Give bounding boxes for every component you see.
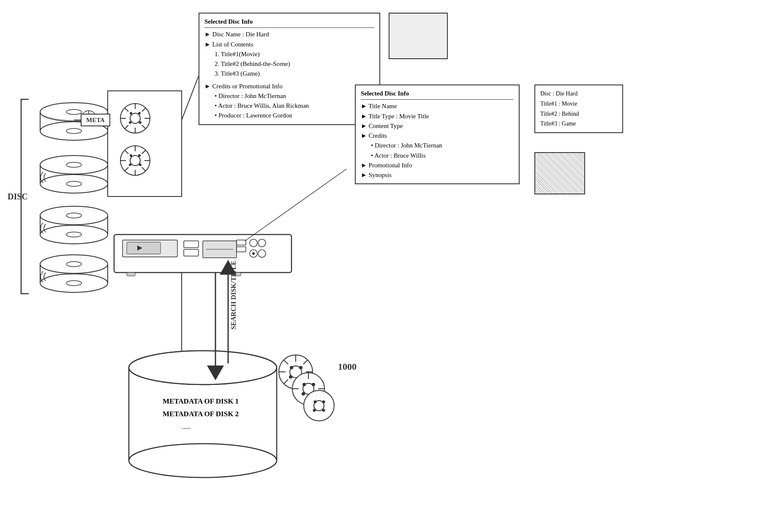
arrow-bullet-1: ►	[204, 31, 211, 38]
svg-point-95	[290, 366, 293, 369]
svg-rect-67	[184, 241, 199, 248]
svg-point-19	[40, 255, 108, 273]
svg-point-11	[40, 175, 108, 193]
svg-marker-66	[137, 246, 142, 251]
summary-line-1: Disc : Die Hard	[540, 89, 617, 99]
svg-line-92	[303, 379, 308, 384]
summary-line-3: Title#2 : Behind	[540, 109, 617, 119]
svg-rect-79	[232, 273, 241, 276]
svg-point-45	[139, 121, 142, 124]
svg-line-38	[125, 108, 128, 112]
svg-point-110	[314, 401, 324, 411]
credits-header: ► Credits	[361, 131, 514, 141]
svg-text:1000: 1000	[338, 361, 357, 372]
svg-rect-77	[237, 247, 246, 252]
credits-actor: • Actor : Bruce Willis	[371, 151, 514, 161]
content-type-line: ► Content Type	[361, 121, 514, 131]
svg-point-74	[258, 250, 266, 257]
svg-point-17	[40, 225, 108, 244]
disc-summary-box-1: Disc : Die Hard Title#1 : Movie Title#2 …	[534, 85, 623, 133]
svg-point-12	[66, 181, 82, 186]
svg-text:SEARCH DISK/TITLE: SEARCH DISK/TITLE	[230, 261, 237, 330]
svg-point-5	[40, 122, 108, 140]
svg-point-59	[139, 164, 142, 166]
svg-point-71	[250, 239, 257, 247]
svg-line-55	[125, 167, 128, 171]
svg-point-111	[314, 401, 317, 404]
svg-point-96	[299, 366, 302, 369]
disc-info-title-2: Selected Disc Info	[361, 89, 514, 100]
svg-point-33	[130, 113, 140, 123]
svg-point-1	[40, 103, 108, 121]
title-name-line: ► Title Name	[361, 101, 514, 111]
svg-point-32	[120, 104, 150, 133]
svg-rect-64	[123, 240, 177, 257]
svg-marker-119	[207, 366, 224, 380]
svg-point-105	[302, 383, 306, 386]
svg-rect-31	[108, 91, 182, 196]
svg-point-100	[303, 383, 314, 394]
disc-name-line: ► Disc Name : Die Hard	[204, 30, 374, 39]
svg-line-94	[284, 379, 288, 384]
content-item-1: 1. Title#1(Movie)	[215, 49, 374, 59]
selected-disc-info-box-1: Selected Disc Info ► Disc Name : Die Har…	[199, 13, 380, 125]
svg-rect-60	[81, 114, 110, 126]
svg-point-7	[40, 156, 108, 174]
svg-point-73	[250, 250, 257, 257]
svg-point-24	[66, 281, 82, 286]
svg-point-114	[322, 409, 325, 412]
content-item-2: 2. Title#2 (Behind-the-Scene)	[215, 59, 374, 69]
svg-rect-63	[114, 235, 291, 273]
svg-point-26	[86, 116, 91, 121]
svg-point-18	[66, 232, 82, 237]
svg-point-23	[40, 274, 108, 292]
svg-point-85	[279, 355, 313, 389]
credit-producer: • Producer : Lawrence Gordon	[215, 111, 374, 120]
svg-point-109	[304, 390, 334, 421]
svg-line-53	[142, 167, 146, 171]
svg-point-108	[312, 392, 315, 396]
svg-rect-76	[237, 240, 246, 245]
svg-point-57	[138, 154, 141, 157]
arrow-bullet-2: ►	[204, 41, 211, 48]
disc-image-box-1	[389, 13, 448, 59]
svg-point-42	[130, 112, 132, 115]
disc-image-box-2	[534, 152, 585, 194]
content-item-3: 3. Title#3 (Game)	[215, 69, 374, 79]
credit-actor: • Actor : Bruce Willis, Alan Rickman	[215, 101, 374, 111]
svg-point-113	[313, 409, 316, 412]
svg-point-99	[292, 373, 324, 405]
svg-point-14	[66, 213, 82, 218]
svg-point-97	[289, 375, 292, 379]
svg-line-124	[245, 169, 346, 241]
db-label-1: METADATA OF DISK 1	[144, 397, 258, 406]
svg-text:META: META	[86, 117, 105, 123]
svg-line-39	[142, 125, 146, 129]
db-label-2: METADATA OF DISK 2	[144, 410, 258, 418]
svg-point-43	[138, 112, 141, 115]
svg-point-112	[322, 401, 325, 404]
svg-point-20	[66, 262, 82, 267]
list-of-contents-line: ► List of Contents	[204, 40, 374, 49]
svg-point-84	[129, 351, 277, 385]
svg-line-54	[142, 150, 146, 154]
promo-line: ► Promotional Info	[361, 161, 514, 170]
svg-line-91	[284, 360, 288, 364]
svg-point-2	[66, 109, 82, 115]
svg-rect-65	[127, 242, 161, 254]
selected-disc-info-box-2: Selected Disc Info ► Title Name ► Title …	[355, 85, 520, 184]
svg-point-72	[258, 239, 266, 247]
credits-director: • Director : John McTiernan	[371, 141, 514, 150]
synopsis-line: ► Synopsis	[361, 170, 514, 180]
svg-point-6	[66, 128, 82, 134]
svg-line-93	[303, 360, 308, 364]
svg-point-8	[66, 162, 82, 167]
db-label-dots: .....	[182, 423, 191, 431]
credits-line: ► Credits or Promotional Info	[204, 82, 374, 91]
svg-point-47	[130, 156, 140, 166]
svg-point-13	[40, 206, 108, 225]
summary-line-2: Title#1 : Movie	[540, 99, 617, 109]
svg-line-121	[182, 76, 199, 120]
svg-point-44	[129, 121, 131, 124]
svg-line-40	[142, 108, 146, 112]
